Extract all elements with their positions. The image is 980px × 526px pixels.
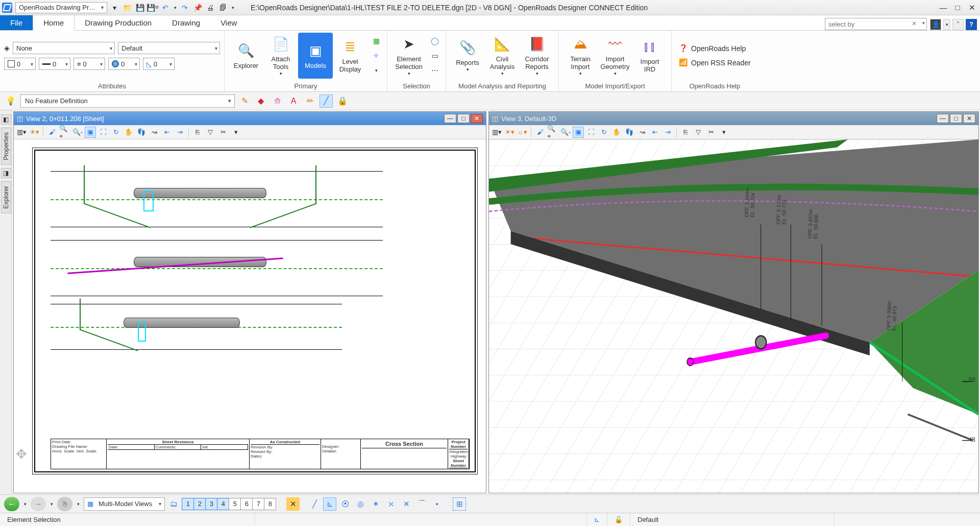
vt2-fit-icon[interactable]: ⛶ [97, 127, 109, 138]
attr-combo-2[interactable]: 0 [39, 58, 70, 70]
help-icon[interactable]: ? [966, 19, 977, 30]
view-num-8[interactable]: 8 [264, 498, 276, 510]
vt3-view-next-icon[interactable]: ⇥ [662, 127, 673, 138]
vt2-fly-icon[interactable]: ↝ [149, 127, 160, 138]
status-snap-icon[interactable]: ⊾ [587, 513, 607, 526]
vt2-zoom-in-icon[interactable]: 🔍+ [59, 127, 70, 138]
vt3-fit-icon[interactable]: ⛶ [585, 127, 597, 138]
accudraw-toggle-icon[interactable]: ⊞ [453, 497, 466, 511]
nav-arrows-icon[interactable]: ✥ [16, 446, 27, 462]
view-2-titlebar[interactable]: ◫ View 2, 0+011.208 [Sheet] — □ ✕ [14, 112, 486, 125]
export-icon[interactable]: 🗐 [217, 2, 229, 13]
sidebar-tab-explorer[interactable]: Explorer [1, 181, 11, 213]
attr-combo-3[interactable]: ≡0 [74, 58, 105, 70]
attr-combo-4[interactable]: 0 [108, 58, 140, 70]
view-layout-combo[interactable]: Multi-Model Views [84, 497, 165, 511]
tab-file[interactable]: File [0, 15, 33, 30]
vt2-zoom-out-icon[interactable]: 🔍- [72, 127, 83, 138]
view-num-1[interactable]: 1 [182, 498, 194, 510]
import-geometry-button[interactable]: 〰Import Geometry▾ [598, 33, 632, 79]
vt3-pan-icon[interactable]: ✋ [611, 127, 622, 138]
view-num-5[interactable]: 5 [229, 498, 241, 510]
snap-tangent-icon[interactable]: ⦿ [338, 497, 352, 511]
nav-fwd-button[interactable]: → [31, 497, 46, 511]
status-level[interactable]: Default [630, 513, 835, 526]
view-num-2[interactable]: 2 [193, 498, 206, 510]
vt3-zoom-out-icon[interactable]: 🔍- [560, 127, 571, 138]
vt2-window-area-icon[interactable]: ▣ [85, 127, 96, 138]
snap-center-icon[interactable]: ◎ [354, 497, 367, 511]
pin-icon[interactable]: 📌 [192, 2, 203, 13]
save-icon[interactable]: 💾 [134, 2, 145, 13]
view-3-titlebar[interactable]: ◫ View 3, Default-3D — □ ✕ [489, 112, 978, 125]
terrain-import-button[interactable]: ⛰Terrain Import▾ [563, 33, 598, 79]
snap-bisector-icon[interactable]: ⤫ [384, 497, 398, 511]
vt3-view-prev-icon[interactable]: ⇤ [649, 127, 660, 138]
vt3-fly-icon[interactable]: ↝ [636, 127, 648, 138]
undo-icon[interactable]: ↶ [160, 2, 171, 13]
attr-combo-1[interactable]: 0 [4, 58, 36, 70]
element-template-icon[interactable]: ◈ [4, 41, 10, 55]
primary-more-icon[interactable]: ▾ [370, 64, 383, 77]
feature-definition-combo[interactable]: No Feature Definition [20, 94, 235, 108]
print-icon[interactable]: 🖨 [205, 2, 216, 13]
feat-tool-4-icon[interactable]: A [287, 94, 300, 108]
workflow-combo[interactable]: OpenRoads Drawing Pr… [15, 2, 107, 13]
level-display-button[interactable]: ≣Level Display [333, 33, 368, 79]
save-settings-icon[interactable]: 💾⚙ [147, 2, 158, 13]
minimize-button[interactable]: — [937, 3, 949, 13]
feat-tool-6-icon[interactable]: ╱ [320, 94, 333, 108]
fence-rect-icon[interactable]: ▭ [428, 49, 442, 62]
tab-home[interactable]: Home [33, 15, 75, 31]
manage-view-groups-icon[interactable]: 🗂 [167, 497, 180, 511]
view-2-max[interactable]: □ [457, 114, 470, 123]
nav-fwd-dropdown[interactable]: ▾ [48, 497, 55, 511]
sidebar-explorer-icon[interactable]: ◨ [1, 168, 11, 178]
fence-circle-icon[interactable]: ◯ [428, 34, 442, 47]
ribbon-collapse-icon[interactable]: ˄ [952, 19, 964, 30]
vt3-brush-icon[interactable]: 🖌 [534, 127, 546, 138]
view-num-6[interactable]: 6 [240, 498, 253, 510]
vt2-view-prev-icon[interactable]: ⇤ [161, 127, 173, 138]
import-ird-button[interactable]: ⫿⫿Import IRD [632, 33, 667, 79]
vt2-view-next-icon[interactable]: ⇥ [174, 127, 185, 138]
nav-mouse-icon[interactable]: 🖱 [57, 497, 72, 511]
level-combo[interactable]: None [13, 42, 115, 54]
view-3-canvas[interactable]: OFF. 2.844m EL. 50.704 OFF. 0.170m EL. 5… [489, 139, 978, 493]
view-num-3[interactable]: 3 [205, 498, 217, 510]
sidebar-pin-icon[interactable]: ◧ [1, 114, 11, 125]
feat-tool-3-icon[interactable]: ⟰ [271, 94, 284, 108]
sidebar-tab-properties[interactable]: Properties [1, 128, 11, 165]
vt2-clip-icon[interactable]: ✂ [217, 127, 229, 138]
open-rss-link[interactable]: 📶Open RSS Reader [676, 57, 754, 69]
feat-tool-1-icon[interactable]: ✎ [238, 94, 251, 108]
qat-more[interactable]: ▾ [230, 2, 235, 13]
reports-button[interactable]: 📎Reports▾ [450, 33, 485, 79]
view-3-min[interactable]: — [937, 114, 949, 123]
qat-dropdown[interactable]: ▾ [109, 2, 120, 13]
redo-icon[interactable]: ↷ [179, 2, 190, 13]
vt3-walk-icon[interactable]: 👣 [624, 127, 635, 138]
vt2-brush-icon[interactable]: 🖌 [46, 127, 58, 138]
view-num-7[interactable]: 7 [252, 498, 264, 510]
openroads-help-link[interactable]: ❓OpenRoads Help [676, 42, 749, 55]
vt3-copy-view-icon[interactable]: ⎘ [680, 127, 691, 138]
nav-mouse-dropdown[interactable]: ▾ [75, 497, 82, 511]
snap-perp-icon[interactable]: ⊾ [323, 497, 336, 511]
primary-tool-2-icon[interactable]: ✧ [370, 49, 383, 62]
maximize-button[interactable]: □ [951, 3, 964, 13]
feat-tool-2-icon[interactable]: ◆ [254, 94, 267, 108]
color-style-combo[interactable]: Default [118, 42, 220, 54]
explorer-button[interactable]: 🔍Explorer [229, 33, 263, 79]
vt2-copy-view-icon[interactable]: ⎘ [192, 127, 203, 138]
vt3-window-area-icon[interactable]: ▣ [573, 127, 584, 138]
vt2-display-style-icon[interactable]: ▥▾ [16, 127, 27, 138]
view-2-close[interactable]: ✕ [471, 114, 483, 123]
vt2-sun-icon[interactable]: ☀▾ [29, 127, 40, 138]
tab-view[interactable]: View [210, 15, 247, 30]
vt2-walk-icon[interactable]: 👣 [136, 127, 147, 138]
vt3-clip-icon[interactable]: ✂ [705, 127, 717, 138]
user-dropdown[interactable]: ▾ [943, 19, 950, 30]
snap-line-icon[interactable]: ╱ [308, 497, 321, 511]
attach-tools-button[interactable]: 📄Attach Tools▾ [263, 33, 298, 79]
